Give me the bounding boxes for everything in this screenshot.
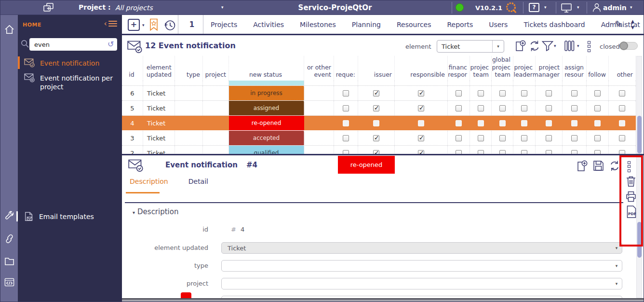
links-icon[interactable] — [4, 233, 15, 245]
column-header-type[interactable]: type — [175, 56, 203, 81]
checkbox[interactable] — [478, 120, 484, 126]
column-header-projec-team[interactable]: projec team — [470, 56, 492, 81]
column-header-global-projec-team[interactable]: global projec team — [492, 56, 513, 81]
checkbox[interactable] — [619, 105, 625, 111]
checkbox[interactable] — [619, 135, 625, 141]
save-icon[interactable] — [592, 160, 604, 172]
checkbox[interactable] — [373, 150, 379, 154]
checkbox[interactable] — [571, 135, 577, 141]
closed-toggle[interactable] — [619, 42, 638, 50]
checkbox[interactable] — [521, 150, 527, 154]
checkbox[interactable] — [619, 120, 625, 126]
checkbox[interactable] — [499, 135, 506, 141]
checkbox[interactable] — [594, 135, 601, 141]
help-button[interactable]: ? — [529, 3, 539, 12]
checkbox[interactable] — [343, 105, 349, 111]
description-section-header[interactable]: ▾Description — [133, 207, 178, 216]
table-row-3[interactable]: 3Ticketaccepted — [122, 131, 636, 146]
menu-search-input[interactable] — [29, 38, 117, 51]
project-caret-icon[interactable]: ▾ — [221, 5, 224, 10]
column-header-project[interactable]: project — [203, 56, 229, 81]
add-button[interactable]: + — [128, 19, 140, 31]
menu-tab-planning[interactable]: Planning — [352, 21, 381, 28]
checkbox[interactable] — [418, 105, 424, 111]
checkbox[interactable] — [343, 120, 349, 126]
help-caret-icon[interactable]: ▾ — [544, 5, 547, 10]
menu-tab-projects[interactable]: Projects — [211, 21, 237, 28]
checkbox[interactable] — [456, 105, 462, 111]
filter-icon[interactable] — [541, 40, 554, 52]
home-icon[interactable] — [4, 24, 15, 35]
menu-tab-reports[interactable]: Reports — [447, 21, 473, 28]
checkbox[interactable] — [499, 105, 506, 111]
display-caret-icon[interactable]: ▾ — [577, 5, 579, 10]
clear-search-icon[interactable]: ↺ — [107, 40, 114, 49]
table-row-2[interactable]: 2Ticketqualified — [122, 146, 636, 154]
checkbox[interactable] — [499, 150, 506, 154]
menu-tab-activities[interactable]: Activities — [253, 21, 284, 28]
filter-caret-icon[interactable]: ▾ — [554, 43, 556, 48]
checkbox[interactable] — [571, 150, 577, 154]
user-caret-icon[interactable]: ▾ — [630, 5, 632, 10]
checkbox[interactable] — [373, 90, 379, 96]
checkbox[interactable] — [521, 90, 527, 96]
column-header-element-updated[interactable]: element updated — [143, 56, 175, 81]
tab-detail[interactable]: Detail — [188, 178, 208, 185]
list-scrollbar[interactable] — [636, 56, 642, 154]
project-select[interactable]: ▾ — [221, 278, 622, 289]
checkbox[interactable] — [594, 150, 601, 154]
checkbox[interactable] — [418, 135, 424, 141]
project-selector[interactable]: All projects — [115, 4, 153, 12]
checkbox[interactable] — [343, 150, 349, 154]
tools-icon[interactable] — [4, 210, 15, 222]
checkbox[interactable] — [478, 135, 484, 141]
checkbox[interactable] — [594, 90, 601, 96]
checkbox[interactable] — [521, 135, 527, 141]
checkbox[interactable] — [343, 135, 349, 141]
select-caret-icon[interactable]: ▾ — [492, 41, 504, 52]
menu-tab-tickets-dashboard[interactable]: Tickets dashboard — [523, 21, 585, 28]
display-settings-icon[interactable] — [561, 2, 572, 13]
element-filter-select[interactable]: Ticket ▾ — [437, 40, 504, 53]
integration-icon[interactable] — [4, 276, 15, 288]
history-icon[interactable] — [163, 19, 176, 32]
sidebar-item-email-templates[interactable]: Email templates — [18, 211, 122, 222]
sidebar-item-event-notification[interactable]: Event notification — [18, 58, 122, 68]
columns-caret-icon[interactable]: ▾ — [577, 43, 579, 48]
checkbox[interactable] — [373, 105, 379, 111]
project-switch-icon[interactable] — [43, 2, 54, 13]
column-header-new-status[interactable]: new status — [229, 56, 304, 81]
column-header-project-manager[interactable]: project manager — [536, 56, 563, 81]
checkbox[interactable] — [619, 90, 625, 96]
select-caret-icon[interactable]: ▾ — [611, 281, 622, 286]
checkbox[interactable] — [418, 150, 424, 154]
checkbox[interactable] — [456, 135, 462, 141]
checkbox[interactable] — [373, 135, 379, 141]
checkbox[interactable] — [373, 120, 379, 126]
column-header-id[interactable]: id — [122, 56, 143, 81]
checkbox[interactable] — [478, 105, 484, 111]
checkbox[interactable] — [546, 120, 552, 126]
edit-menu-icon[interactable]: ✎ — [615, 19, 622, 29]
add-caret-icon[interactable]: ▾ — [142, 23, 145, 27]
list-scrollbar-thumb[interactable] — [637, 116, 642, 153]
user-menu[interactable]: admin — [603, 4, 627, 12]
bookmark-icon[interactable] — [149, 18, 159, 31]
checkbox[interactable] — [546, 135, 552, 141]
column-header-follow[interactable]: follow — [587, 56, 609, 81]
menu-tab-milestones[interactable]: Milestones — [300, 21, 336, 28]
checkbox[interactable] — [499, 90, 506, 96]
type-select[interactable]: ▾ — [221, 260, 622, 272]
refresh-icon[interactable] — [528, 40, 541, 53]
menu-tab-resources[interactable]: Resources — [397, 21, 431, 28]
column-header-other[interactable]: other — [609, 56, 636, 81]
column-header-responsible[interactable]: responsible — [395, 56, 448, 81]
checkbox[interactable] — [478, 150, 484, 154]
checkbox[interactable] — [521, 120, 527, 126]
columns-icon[interactable] — [564, 40, 576, 52]
tab-description[interactable]: Description — [130, 178, 168, 185]
scroll-tabs-icons[interactable]: ▲ ▼ — [631, 18, 634, 30]
checkbox[interactable] — [594, 120, 601, 126]
checkbox[interactable] — [546, 105, 552, 111]
checkbox[interactable] — [594, 105, 601, 111]
